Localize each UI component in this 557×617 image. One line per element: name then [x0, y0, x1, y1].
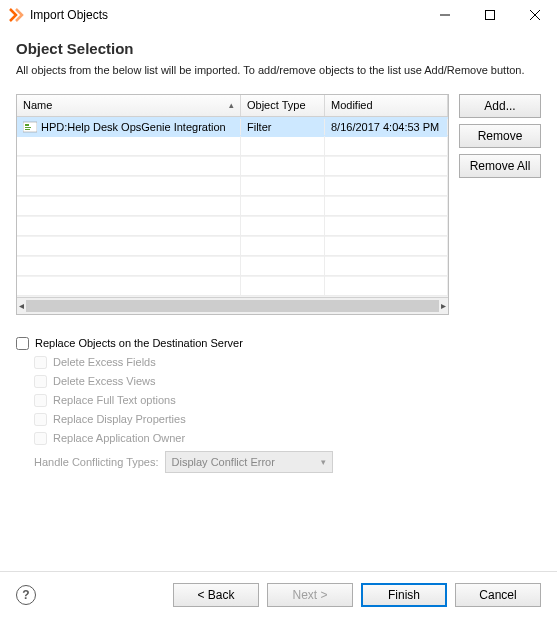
finish-button[interactable]: Finish	[361, 583, 447, 607]
delete-excess-fields-checkbox: Delete Excess Fields	[34, 356, 541, 369]
handle-conflict-label: Handle Conflicting Types:	[34, 456, 159, 468]
table-row	[17, 237, 448, 257]
help-icon: ?	[22, 588, 29, 602]
page-description: All objects from the below list will be …	[16, 63, 541, 78]
app-logo-icon	[8, 7, 24, 23]
replace-objects-input[interactable]	[16, 337, 29, 350]
replace-display-checkbox: Replace Display Properties	[34, 413, 541, 426]
row-type: Filter	[241, 119, 325, 135]
table-row[interactable]: HPD:Help Desk OpsGenie Integration Filte…	[17, 117, 448, 137]
replace-owner-checkbox: Replace Application Owner	[34, 432, 541, 445]
replace-objects-label: Replace Objects on the Destination Serve…	[35, 337, 243, 349]
row-modified: 8/16/2017 4:04:53 PM	[325, 119, 448, 135]
replace-objects-checkbox[interactable]: Replace Objects on the Destination Serve…	[16, 337, 541, 350]
table-row	[17, 277, 448, 297]
table-row	[17, 137, 448, 157]
svg-rect-5	[25, 124, 29, 126]
svg-rect-7	[25, 129, 30, 130]
cancel-button[interactable]: Cancel	[455, 583, 541, 607]
handle-conflict-value: Display Conflict Error	[172, 456, 275, 468]
delete-excess-views-checkbox: Delete Excess Views	[34, 375, 541, 388]
next-button: Next >	[267, 583, 353, 607]
horizontal-scrollbar[interactable]: ◂ ▸	[17, 297, 448, 314]
maximize-button[interactable]	[467, 0, 512, 30]
delete-excess-fields-input	[34, 356, 47, 369]
table-row	[17, 157, 448, 177]
page-heading: Object Selection	[16, 40, 541, 57]
table-row	[17, 257, 448, 277]
table-row	[17, 217, 448, 237]
replace-display-input	[34, 413, 47, 426]
replace-fulltext-input	[34, 394, 47, 407]
scroll-right-icon[interactable]: ▸	[441, 300, 446, 311]
delete-excess-views-input	[34, 375, 47, 388]
add-button[interactable]: Add...	[459, 94, 541, 118]
close-button[interactable]	[512, 0, 557, 30]
remove-button[interactable]: Remove	[459, 124, 541, 148]
sort-asc-icon: ▴	[229, 100, 234, 110]
replace-fulltext-checkbox: Replace Full Text options	[34, 394, 541, 407]
svg-rect-1	[485, 11, 494, 20]
table-row	[17, 197, 448, 217]
window-title: Import Objects	[30, 8, 422, 22]
minimize-button[interactable]	[422, 0, 467, 30]
help-button[interactable]: ?	[16, 585, 36, 605]
back-button[interactable]: < Back	[173, 583, 259, 607]
handle-conflict-select: Display Conflict Error ▾	[165, 451, 333, 473]
scroll-left-icon[interactable]: ◂	[19, 300, 24, 311]
column-header-type[interactable]: Object Type	[241, 95, 325, 116]
replace-owner-input	[34, 432, 47, 445]
column-header-name-label: Name	[23, 99, 52, 111]
svg-rect-6	[25, 127, 31, 128]
row-name: HPD:Help Desk OpsGenie Integration	[41, 121, 226, 133]
column-header-modified[interactable]: Modified	[325, 95, 448, 116]
objects-table: Name ▴ Object Type Modified HPD:Help Des…	[16, 94, 449, 315]
remove-all-button[interactable]: Remove All	[459, 154, 541, 178]
title-bar: Import Objects	[0, 0, 557, 30]
scrollbar-thumb[interactable]	[26, 300, 439, 312]
chevron-down-icon: ▾	[321, 457, 326, 467]
filter-object-icon	[23, 121, 37, 133]
table-row	[17, 177, 448, 197]
column-header-name[interactable]: Name ▴	[17, 95, 241, 116]
